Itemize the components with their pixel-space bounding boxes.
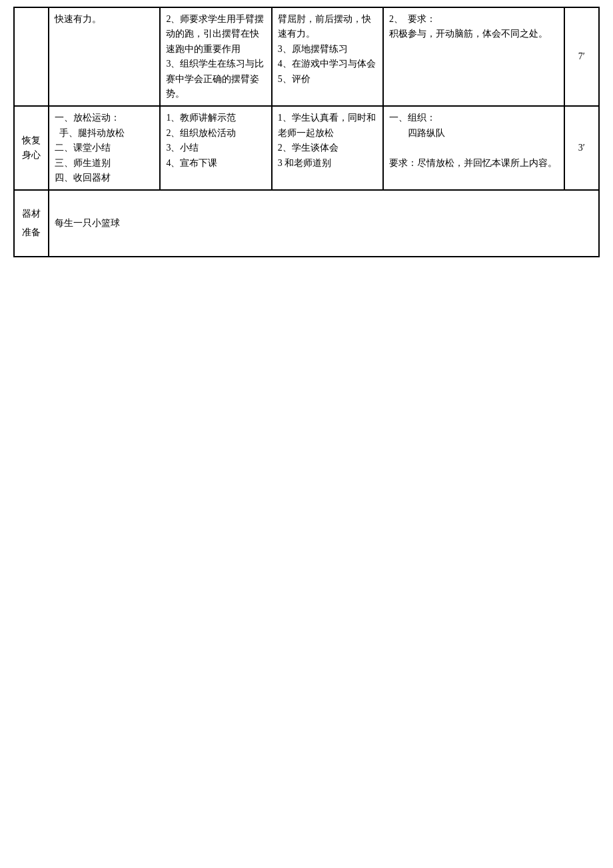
equipment-content-text: 每生一只小篮球 [55, 218, 120, 228]
table-row: 恢复身心 一、放松运动： 手、腿抖动放松 二、课堂小结 三、师生道别 四、收回器… [14, 106, 599, 190]
label-cell-1 [14, 7, 49, 106]
time-cell-2: 3′ [564, 106, 599, 190]
organization-cell-2: 一、组织： 四路纵队 要求：尽情放松，并回忆本课所上内容。 [383, 106, 564, 190]
equipment-content-cell: 每生一只小篮球 [49, 190, 599, 257]
page-wrapper: 快速有力。 2、师要求学生用手臂摆动的跑，引出摆臂在快速跑中的重要作用 3、组织… [0, 0, 613, 664]
bottom-spacer [13, 257, 600, 657]
main-table: 快速有力。 2、师要求学生用手臂摆动的跑，引出摆臂在快速跑中的重要作用 3、组织… [13, 7, 600, 257]
teacher-method-cell-1: 2、师要求学生用手臂摆动的跑，引出摆臂在快速跑中的重要作用 3、组织学生在练习与… [160, 7, 271, 106]
equipment-row: 器材准备 每生一只小篮球 [14, 190, 599, 257]
organization-text-1: 2、 要求： 积极参与，开动脑筋，体会不同之处。 [389, 14, 548, 39]
teacher-content-text-1: 快速有力。 [55, 14, 101, 24]
teacher-content-cell-2: 一、放松运动： 手、腿抖动放松 二、课堂小结 三、师生道别 四、收回器材 [49, 106, 160, 190]
teacher-method-cell-2: 1、教师讲解示范 2、组织放松活动 3、小结 4、宣布下课 [160, 106, 271, 190]
organization-text-2: 一、组织： 四路纵队 要求：尽情放松，并回忆本课所上内容。 [389, 113, 557, 167]
equipment-label-cell: 器材准备 [14, 190, 49, 257]
organization-cell-1: 2、 要求： 积极参与，开动脑筋，体会不同之处。 [383, 7, 564, 106]
teacher-method-text-1: 2、师要求学生用手臂摆动的跑，引出摆臂在快速跑中的重要作用 3、组织学生在练习与… [166, 14, 264, 99]
time-text-2: 3′ [578, 143, 585, 153]
time-cell-1: 7′ [564, 7, 599, 106]
table-row: 快速有力。 2、师要求学生用手臂摆动的跑，引出摆臂在快速跑中的重要作用 3、组织… [14, 7, 599, 106]
student-activity-text-1: 臂屈肘，前后摆动，快速有力。 3、原地摆臂练习 4、在游戏中学习与体会 5、评价 [278, 14, 376, 84]
student-activity-cell-2: 1、学生认真看，同时和老师一起放松 2、学生谈体会 3 和老师道别 [272, 106, 383, 190]
student-activity-text-2: 1、学生认真看，同时和老师一起放松 2、学生谈体会 3 和老师道别 [278, 113, 376, 167]
student-activity-cell-1: 臂屈肘，前后摆动，快速有力。 3、原地摆臂练习 4、在游戏中学习与体会 5、评价 [272, 7, 383, 106]
teacher-content-text-2: 一、放松运动： 手、腿抖动放松 二、课堂小结 三、师生道别 四、收回器材 [55, 113, 125, 183]
teacher-method-text-2: 1、教师讲解示范 2、组织放松活动 3、小结 4、宣布下课 [166, 113, 236, 167]
time-text-1: 7′ [578, 51, 585, 61]
row-label-2: 恢复身心 [22, 135, 41, 160]
equipment-label-text: 器材准备 [22, 209, 41, 237]
label-cell-2: 恢复身心 [14, 106, 49, 190]
teacher-content-cell-1: 快速有力。 [49, 7, 160, 106]
